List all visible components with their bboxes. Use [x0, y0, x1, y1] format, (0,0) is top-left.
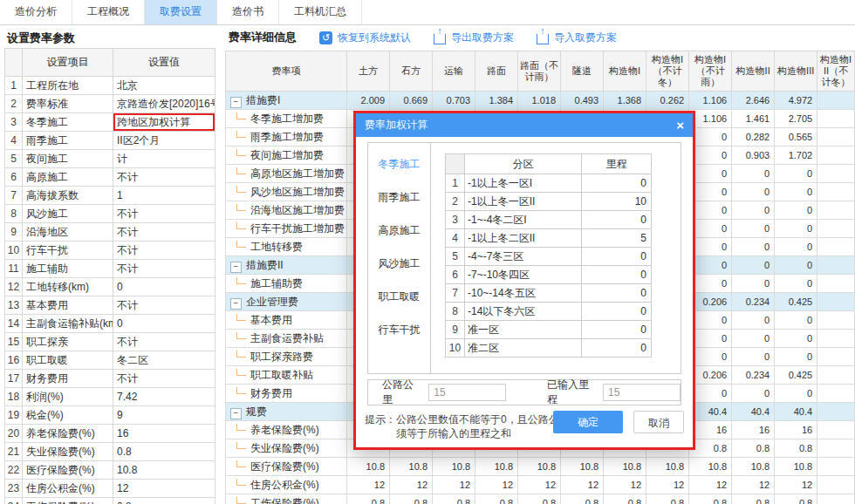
fee-value-cell[interactable]: 0: [775, 330, 817, 348]
fee-value-cell[interactable]: 10.8: [390, 458, 433, 476]
fee-row-label-cell[interactable]: 雨季施工增加费: [226, 128, 347, 146]
collapse-icon[interactable]: −: [230, 262, 242, 273]
fee-value-cell[interactable]: 0.8: [646, 494, 689, 504]
fee-value-cell[interactable]: 12: [390, 476, 433, 494]
fee-value-cell[interactable]: 0.234: [732, 293, 775, 311]
fee-value-cell[interactable]: 40.4: [775, 403, 817, 421]
fee-value-cell[interactable]: 0: [775, 256, 817, 275]
setting-value-cell[interactable]: 不计: [113, 260, 215, 278]
fee-value-cell[interactable]: 10.8: [433, 458, 475, 476]
fee-value-cell[interactable]: 10.8: [689, 458, 732, 476]
fee-value-cell[interactable]: 0.8: [390, 494, 433, 504]
setting-value-cell[interactable]: 跨地区加权计算: [113, 113, 215, 132]
zone-mileage-cell[interactable]: 0: [582, 211, 652, 229]
fee-value-cell[interactable]: 2.646: [732, 92, 775, 110]
cancel-button[interactable]: 取消: [633, 411, 684, 433]
fee-row-label-cell[interactable]: −措施费I: [226, 92, 347, 110]
fee-row-label-cell[interactable]: 沿海地区施工增加费: [226, 201, 347, 220]
zone-mileage-cell[interactable]: 0: [582, 339, 652, 358]
fee-value-cell[interactable]: 1.702: [775, 146, 817, 165]
fee-value-cell[interactable]: 0: [775, 385, 817, 403]
fee-row-label-cell[interactable]: 住房公积金(%): [226, 476, 347, 494]
zone-mileage-cell[interactable]: 0: [582, 174, 652, 193]
fee-value-cell[interactable]: 0.8: [775, 439, 817, 458]
setting-value-cell[interactable]: 0: [113, 278, 215, 296]
fee-value-cell[interactable]: 0.425: [775, 293, 817, 311]
zone-mileage-cell[interactable]: 0: [582, 284, 652, 303]
setting-value-cell[interactable]: 不计: [113, 205, 215, 223]
fee-value-cell[interactable]: 0: [775, 275, 817, 293]
tab-3[interactable]: 造价书: [217, 0, 279, 24]
setting-value-cell[interactable]: 北京: [113, 77, 215, 95]
fee-value-cell[interactable]: 0.8: [689, 494, 732, 504]
fee-row-label-cell[interactable]: 养老保险费(%): [226, 421, 347, 439]
confirm-button[interactable]: 确定: [553, 411, 623, 433]
fee-value-cell[interactable]: 0: [732, 275, 775, 293]
fee-value-cell[interactable]: 0.493: [561, 92, 604, 110]
fee-value-cell[interactable]: 2.009: [347, 92, 390, 110]
fee-value-cell[interactable]: 0.8: [604, 494, 646, 504]
fee-value-cell[interactable]: 0: [732, 201, 775, 220]
fee-value-cell[interactable]: 12: [604, 476, 646, 494]
fee-row-label-cell[interactable]: 职工探亲路费: [226, 348, 347, 366]
fee-row-label-cell[interactable]: 高原地区施工增加费: [226, 165, 347, 183]
fee-value-cell[interactable]: 2.705: [775, 110, 817, 128]
fee-value-cell[interactable]: 0: [775, 183, 817, 201]
tab-1[interactable]: 工程概况: [72, 0, 145, 24]
fee-value-cell[interactable]: 0: [775, 165, 817, 183]
fee-value-cell[interactable]: 0.8: [732, 494, 775, 504]
fee-value-cell[interactable]: 0.669: [390, 92, 433, 110]
fee-value-cell[interactable]: 10.8: [646, 458, 689, 476]
fee-value-cell[interactable]: 1.368: [604, 92, 646, 110]
fee-value-cell[interactable]: 0: [732, 165, 775, 183]
fee-value-cell[interactable]: 0: [732, 256, 775, 275]
fee-value-cell[interactable]: 0.8: [475, 494, 518, 504]
fee-value-cell[interactable]: 4.972: [775, 92, 817, 110]
fee-row-label-cell[interactable]: 风沙地区施工增加费: [226, 183, 347, 201]
fee-value-cell[interactable]: 0: [732, 385, 775, 403]
fee-value-cell[interactable]: 10.8: [604, 458, 646, 476]
fee-value-cell[interactable]: 12: [775, 476, 817, 494]
export-scheme-button[interactable]: ↑ 导出取费方案: [434, 31, 514, 45]
entered-mileage-input[interactable]: [603, 384, 681, 401]
fee-row-label-cell[interactable]: 医疗保险费(%): [226, 458, 347, 476]
dialog-tab-5[interactable]: 行车干扰: [379, 323, 421, 337]
dialog-tab-1[interactable]: 雨季施工: [379, 190, 421, 205]
collapse-icon[interactable]: −: [230, 97, 242, 108]
fee-value-cell[interactable]: 0.8: [518, 494, 561, 504]
fee-row-label-cell[interactable]: −企业管理费: [226, 293, 347, 311]
fee-value-cell[interactable]: 12: [518, 476, 561, 494]
fee-value-cell[interactable]: 1.384: [475, 92, 518, 110]
fee-row-label-cell[interactable]: 工地转移费: [226, 238, 347, 256]
collapse-icon[interactable]: −: [230, 408, 242, 419]
fee-value-cell[interactable]: 0.8: [732, 439, 775, 458]
fee-value-cell[interactable]: 12: [433, 476, 475, 494]
fee-value-cell[interactable]: 0: [732, 311, 775, 330]
setting-value-cell[interactable]: 不计: [113, 370, 215, 388]
fee-value-cell[interactable]: 10.8: [732, 458, 775, 476]
fee-row-label-cell[interactable]: 失业保险费(%): [226, 439, 347, 458]
fee-value-cell[interactable]: 0: [775, 201, 817, 220]
fee-value-cell[interactable]: 40.4: [732, 403, 775, 421]
tab-4[interactable]: 工料机汇总: [279, 0, 362, 24]
fee-row-label-cell[interactable]: 行车干扰施工增加费: [226, 220, 347, 238]
setting-value-cell[interactable]: 不计: [113, 223, 215, 242]
fee-row-label-cell[interactable]: 财务费用: [226, 385, 347, 403]
fee-row-label-cell[interactable]: 夜间施工增加费: [226, 146, 347, 165]
setting-value-cell[interactable]: 16: [113, 425, 215, 443]
fee-row-label-cell[interactable]: 基本费用: [226, 311, 347, 330]
fee-value-cell[interactable]: 0.8: [347, 494, 390, 504]
collapse-icon[interactable]: −: [230, 298, 242, 310]
fee-value-cell[interactable]: 0: [732, 220, 775, 238]
fee-value-cell[interactable]: 10.8: [775, 458, 817, 476]
fee-value-cell[interactable]: 0: [732, 238, 775, 256]
fee-value-cell[interactable]: 1.106: [689, 92, 732, 110]
fee-row-label-cell[interactable]: −措施费II: [226, 256, 347, 275]
restore-default-button[interactable]: ↺ 恢复到系统默认: [319, 31, 411, 45]
fee-value-cell[interactable]: 12: [561, 476, 604, 494]
fee-value-cell[interactable]: 12: [732, 476, 775, 494]
fee-value-cell[interactable]: 16: [732, 421, 775, 439]
setting-value-cell[interactable]: 0.8: [113, 498, 215, 504]
fee-value-cell[interactable]: 0.262: [646, 92, 689, 110]
highway-km-input[interactable]: [428, 384, 506, 401]
